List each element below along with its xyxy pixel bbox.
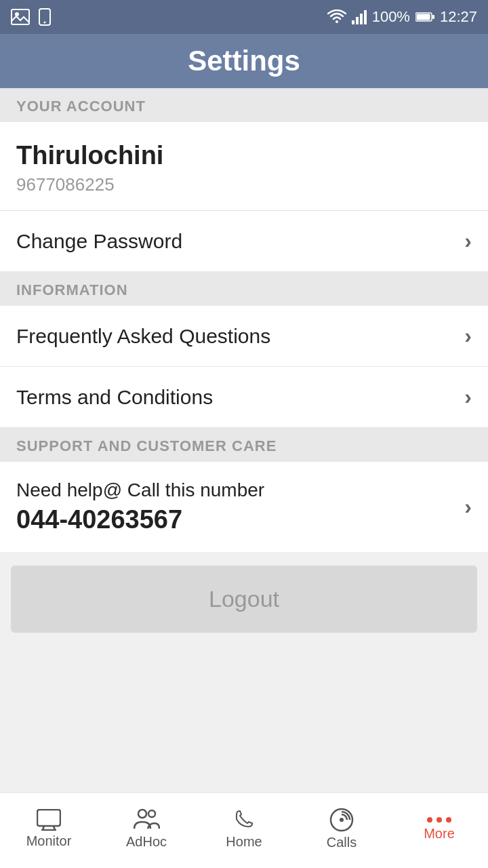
svg-rect-0 (12, 9, 29, 24)
support-item[interactable]: Need help@ Call this number 044-40263567… (0, 462, 488, 552)
support-chevron: › (464, 494, 472, 519)
section-label-account: YOUR ACCOUNT (0, 88, 488, 122)
svg-point-19 (427, 817, 432, 823)
wifi-icon (327, 9, 346, 24)
section-label-support: SUPPORT AND CUSTOMER CARE (0, 428, 488, 462)
nav-label-home: Home (226, 834, 262, 850)
nav-item-adhoc[interactable]: AdHoc (98, 793, 195, 868)
support-help-text: Need help@ Call this number (16, 479, 464, 501)
nav-item-monitor[interactable]: Monitor (0, 793, 98, 868)
logout-wrapper: Logout (0, 552, 488, 646)
svg-point-20 (436, 817, 442, 823)
account-info-block: Thirulochini 9677086225 (0, 122, 488, 211)
status-bar: 100% 12:27 (0, 0, 488, 34)
phone-status-icon (37, 8, 53, 26)
svg-point-15 (138, 810, 146, 818)
page-title: Settings (188, 45, 300, 77)
image-icon (11, 9, 30, 25)
battery-text: 100% (372, 8, 410, 26)
svg-rect-11 (37, 810, 60, 826)
adhoc-icon (133, 808, 160, 831)
svg-point-16 (148, 810, 155, 817)
more-icon (427, 816, 451, 823)
status-left-icons (11, 8, 53, 26)
faq-label: Frequently Asked Questions (16, 325, 270, 348)
svg-point-21 (446, 817, 451, 823)
support-text-block: Need help@ Call this number 044-40263567 (16, 479, 464, 534)
account-phone: 9677086225 (16, 174, 472, 195)
svg-rect-5 (356, 17, 359, 24)
nav-item-home[interactable]: Home (195, 793, 293, 868)
svg-rect-9 (416, 14, 430, 20)
svg-rect-7 (364, 10, 367, 24)
signal-icon (352, 9, 367, 24)
svg-rect-6 (360, 14, 363, 24)
status-right-info: 100% 12:27 (327, 8, 477, 26)
nav-item-more[interactable]: More (390, 793, 488, 868)
svg-rect-10 (432, 15, 434, 19)
terms-label: Terms and Conditions (16, 386, 213, 409)
nav-item-calls[interactable]: Calls (293, 793, 390, 868)
faq-chevron: › (464, 323, 472, 349)
nav-label-calls: Calls (327, 835, 357, 850)
nav-label-more: More (424, 826, 455, 842)
svg-point-3 (44, 22, 46, 24)
time-text: 12:27 (440, 8, 477, 26)
nav-label-monitor: Monitor (26, 833, 72, 849)
battery-icon (415, 12, 434, 22)
settings-header: Settings (0, 34, 488, 88)
home-phone-icon (232, 808, 256, 831)
monitor-icon (37, 809, 61, 831)
change-password-item[interactable]: Change Password › (0, 211, 488, 272)
svg-rect-4 (352, 20, 354, 24)
faq-item[interactable]: Frequently Asked Questions › (0, 306, 488, 367)
nav-label-adhoc: AdHoc (126, 834, 167, 850)
change-password-chevron: › (464, 229, 472, 254)
logout-button[interactable]: Logout (11, 566, 477, 633)
section-label-info: INFORMATION (0, 272, 488, 306)
support-phone-number: 044-40263567 (16, 505, 464, 534)
calls-icon (329, 808, 354, 832)
terms-item[interactable]: Terms and Conditions › (0, 367, 488, 428)
account-name: Thirulochini (16, 141, 472, 170)
change-password-label: Change Password (16, 230, 182, 253)
svg-point-18 (340, 818, 344, 822)
terms-chevron: › (464, 384, 472, 410)
svg-point-1 (15, 12, 19, 16)
bottom-navigation: Monitor AdHoc Home Calls (0, 792, 488, 868)
